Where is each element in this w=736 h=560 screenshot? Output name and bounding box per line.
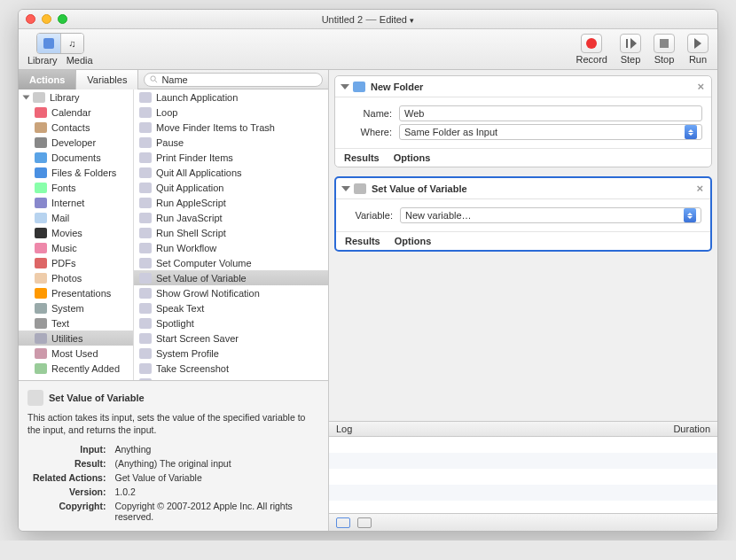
app-window: Untitled 2 — Edited ▾ ♫ LibraryMedia Rec… xyxy=(18,9,718,532)
category-item[interactable]: Presentations xyxy=(19,285,133,300)
step-icon xyxy=(626,39,635,48)
library-label: Library xyxy=(27,55,58,66)
variable-select[interactable]: New variable… xyxy=(400,207,701,223)
category-item[interactable]: Fonts xyxy=(19,180,133,195)
action-item[interactable]: Run Shell Script xyxy=(134,225,328,240)
view-mode-2-button[interactable] xyxy=(357,517,372,528)
action-item[interactable]: Take Screenshot xyxy=(134,361,328,376)
log-label: Log xyxy=(336,424,352,434)
view-mode-1-button[interactable] xyxy=(336,517,350,528)
library-panel: Actions Variables Name LibraryCalendarCo… xyxy=(19,70,329,531)
search-placeholder: Name xyxy=(161,74,187,85)
step-button[interactable]: Step xyxy=(620,34,641,65)
category-item[interactable]: Developer xyxy=(19,135,133,150)
name-label: Name: xyxy=(344,108,392,119)
category-item[interactable]: Movies xyxy=(19,225,133,240)
disclosure-icon[interactable] xyxy=(341,186,350,191)
record-button[interactable]: Record xyxy=(576,34,607,65)
info-description: This action takes its input, sets the va… xyxy=(27,411,319,436)
close-card-button[interactable]: × xyxy=(696,182,703,195)
run-button[interactable]: Run xyxy=(687,34,709,65)
duration-label: Duration xyxy=(673,424,710,434)
search-icon xyxy=(150,75,158,83)
category-item[interactable]: System xyxy=(19,300,133,315)
category-item[interactable]: PDFs xyxy=(19,255,133,270)
action-item[interactable]: Quit Application xyxy=(134,180,328,195)
action-item[interactable]: Run AppleScript xyxy=(134,195,328,210)
action-item[interactable]: Run JavaScript xyxy=(134,210,328,225)
action-item[interactable]: Set Value of Variable xyxy=(134,270,328,285)
info-title: Set Value of Variable xyxy=(49,393,145,403)
library-media-segment: ♫ LibraryMedia xyxy=(27,33,93,66)
stop-icon xyxy=(660,39,669,48)
action-item[interactable]: Set Computer Volume xyxy=(134,255,328,270)
media-label: Media xyxy=(67,55,93,66)
name-field[interactable] xyxy=(399,105,702,121)
chevron-updown-icon xyxy=(684,208,696,222)
category-item[interactable]: Mail xyxy=(19,210,133,225)
library-root[interactable]: Library xyxy=(19,89,133,105)
titlebar[interactable]: Untitled 2 — Edited ▾ xyxy=(19,10,717,29)
automator-icon xyxy=(27,390,43,406)
svg-point-0 xyxy=(151,76,155,81)
card-title: Set Value of Variable xyxy=(372,183,467,194)
log-area[interactable] xyxy=(329,437,717,513)
chevron-updown-icon xyxy=(685,125,697,139)
action-item[interactable]: Move Finder Items to Trash xyxy=(134,120,328,135)
action-item[interactable]: Quit All Applications xyxy=(134,165,328,180)
variable-label: Variable: xyxy=(345,210,393,221)
record-icon xyxy=(586,38,597,49)
category-item[interactable]: Files & Folders xyxy=(19,165,133,180)
info-panel: Set Value of Variable This action takes … xyxy=(19,380,328,531)
options-button[interactable]: Options xyxy=(395,236,432,246)
category-item[interactable]: Music xyxy=(19,240,133,255)
category-item[interactable]: Utilities xyxy=(19,331,133,346)
log-header: Log Duration xyxy=(329,421,717,437)
action-item[interactable]: Print Finder Items xyxy=(134,150,328,165)
window-title: Untitled 2 — Edited ▾ xyxy=(19,13,717,26)
card-title: New Folder xyxy=(371,82,423,92)
action-item[interactable]: Loop xyxy=(134,105,328,120)
category-item[interactable]: Calendar xyxy=(19,105,133,120)
tab-actions[interactable]: Actions xyxy=(19,70,76,89)
media-toggle[interactable]: ♫ xyxy=(60,34,83,53)
tab-variables[interactable]: Variables xyxy=(76,70,138,89)
workflow-card-set-variable[interactable]: Set Value of Variable × Variable: New va… xyxy=(334,176,712,252)
workflow-card-new-folder[interactable]: New Folder × Name: Where: Same Folder as… xyxy=(334,75,712,167)
where-label: Where: xyxy=(344,127,392,137)
action-item[interactable]: Run Workflow xyxy=(134,240,328,255)
action-item[interactable]: System Profile xyxy=(134,346,328,361)
category-item[interactable]: Most Used xyxy=(19,346,133,361)
results-button[interactable]: Results xyxy=(344,152,380,163)
options-button[interactable]: Options xyxy=(394,152,431,163)
search-input[interactable]: Name xyxy=(144,73,323,87)
action-item[interactable]: Show Growl Notification xyxy=(134,285,328,300)
folder-icon xyxy=(353,82,365,92)
action-item[interactable]: Spotlight xyxy=(134,315,328,331)
library-toggle[interactable] xyxy=(37,34,60,53)
category-item[interactable]: Text xyxy=(19,315,133,331)
category-item[interactable]: Contacts xyxy=(19,120,133,135)
info-table: Input:Anything Result:(Anything) The ori… xyxy=(27,441,319,525)
action-item[interactable]: Start Screen Saver xyxy=(134,331,328,346)
action-item[interactable]: Speak Text xyxy=(134,300,328,315)
play-icon xyxy=(694,38,701,49)
svg-line-1 xyxy=(155,81,158,83)
toolbar: ♫ LibraryMedia Record Step Stop Run xyxy=(19,29,717,70)
workflow-canvas[interactable]: New Folder × Name: Where: Same Folder as… xyxy=(329,70,717,421)
disclosure-icon[interactable] xyxy=(341,84,349,89)
action-item[interactable]: Launch Application xyxy=(134,89,328,105)
stop-button[interactable]: Stop xyxy=(654,34,675,65)
where-select[interactable]: Same Folder as Input xyxy=(399,124,702,140)
utility-icon xyxy=(354,183,366,194)
category-item[interactable]: Internet xyxy=(19,195,133,210)
category-list[interactable]: LibraryCalendarContactsDeveloperDocument… xyxy=(19,89,134,380)
workflow-panel: New Folder × Name: Where: Same Folder as… xyxy=(329,70,717,531)
category-item[interactable]: Documents xyxy=(19,150,133,165)
action-list[interactable]: Launch ApplicationLoopMove Finder Items … xyxy=(134,89,328,380)
close-card-button[interactable]: × xyxy=(697,80,704,93)
action-item[interactable]: Pause xyxy=(134,135,328,150)
results-button[interactable]: Results xyxy=(345,236,380,246)
category-item[interactable]: Photos xyxy=(19,270,133,285)
category-item[interactable]: Recently Added xyxy=(19,361,133,376)
